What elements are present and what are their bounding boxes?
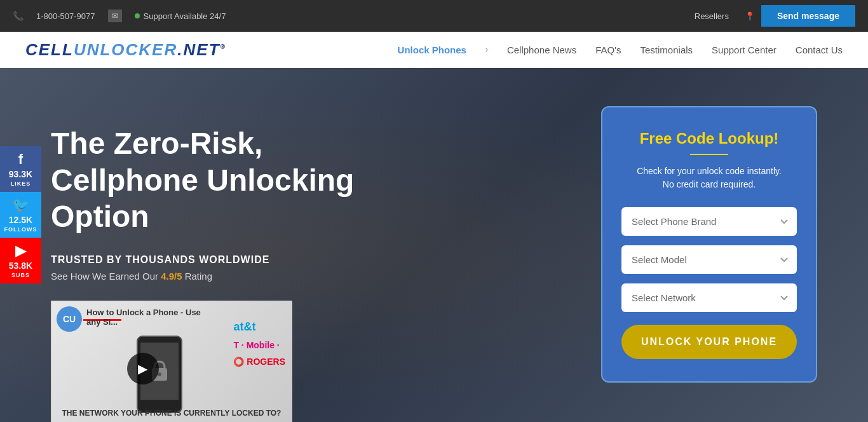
support-status: Support Available 24/7	[135, 11, 226, 21]
nav-cellphone-news[interactable]: Cellphone News	[507, 44, 576, 55]
youtube-label: SUBS	[11, 272, 30, 278]
video-thumbnail[interactable]: CU How to Unlock a Phone - Use any Si...	[51, 301, 292, 422]
network-select[interactable]: Select Network AT&T T-Mobile Verizon Spr…	[621, 283, 797, 312]
svg-text:CU: CU	[63, 314, 76, 324]
youtube-count: 53.8K	[3, 261, 38, 271]
facebook-social-button[interactable]: f 93.3K LIKES	[0, 146, 41, 192]
rating-text: See How We Earned Our 4.9/5 Rating	[51, 271, 576, 282]
twitter-social-button[interactable]: 🐦 12.5K FOLLOWS	[0, 192, 41, 238]
send-message-button[interactable]: Send message	[761, 5, 855, 27]
tmobile-logo: T · Mobile ·	[233, 340, 285, 350]
rating-number: 4.9/5	[161, 271, 182, 282]
video-carrier-logos: at&t T · Mobile · ⭕ ROGERS	[233, 320, 285, 367]
phone-icon: 📞	[13, 11, 24, 21]
svg-point-5	[158, 372, 161, 376]
youtube-icon: ▶	[3, 243, 38, 259]
nav-contact-us[interactable]: Contact Us	[796, 44, 843, 55]
nav-support-center[interactable]: Support Center	[712, 44, 776, 55]
video-bottom-text: THE NETWORK YOUR PHONE IS CURRENTLY LOCK…	[58, 409, 285, 418]
unlock-card: Free Code Lookup! Check for your unlock …	[601, 106, 817, 383]
video-channel-avatar: CU	[57, 306, 82, 332]
site-logo[interactable]: CELLUNLOCKER.NET®	[25, 39, 226, 60]
top-bar-right: Resellers 📍 Send message	[685, 5, 855, 27]
card-title: Free Code Lookup!	[621, 130, 797, 147]
youtube-social-button[interactable]: ▶ 53.8K SUBS	[0, 238, 41, 283]
facebook-count: 93.3K	[3, 169, 38, 179]
nav-faqs[interactable]: FAQ's	[595, 44, 621, 55]
facebook-icon: f	[3, 151, 38, 168]
facebook-label: LIKES	[11, 180, 31, 187]
video-inner: CU How to Unlock a Phone - Use any Si...	[51, 301, 292, 422]
navbar: CELLUNLOCKER.NET® Unlock Phones › Cellph…	[0, 32, 868, 68]
card-subtitle: Check for your unlock code instantly. No…	[621, 165, 797, 191]
nav-unlock-phones[interactable]: Unlock Phones	[398, 44, 466, 55]
top-bar: 📞 1-800-507-9077 ✉ Support Available 24/…	[0, 0, 868, 32]
rogers-logo: ⭕ ROGERS	[233, 357, 285, 367]
chevron-right-icon: ›	[485, 45, 488, 54]
video-title: How to Unlock a Phone - Use any Si...	[86, 308, 215, 327]
resellers-link[interactable]: Resellers	[685, 11, 738, 21]
card-divider	[690, 154, 728, 155]
phone-model-select[interactable]: Select Model	[621, 245, 797, 274]
phone-brand-select[interactable]: Select Phone Brand Apple Samsung LG Moto…	[621, 207, 797, 236]
phone-number: 1-800-507-9077	[36, 11, 95, 21]
twitter-icon: 🐦	[3, 197, 38, 214]
social-sidebar: f 93.3K LIKES 🐦 12.5K FOLLOWS ▶ 53.8K SU…	[0, 146, 41, 283]
hero-content: The Zero-Risk, Cellphone Unlocking Optio…	[51, 106, 576, 422]
green-dot-icon	[135, 13, 140, 18]
trusted-text: TRUSTED BY THOUSANDS WORLDWIDE	[51, 254, 576, 266]
cellunlocker-icon: CU	[60, 310, 79, 329]
top-bar-left: 📞 1-800-507-9077 ✉ Support Available 24/…	[13, 10, 226, 22]
hero-section: The Zero-Risk, Cellphone Unlocking Optio…	[0, 68, 868, 422]
twitter-count: 12.5K	[3, 215, 38, 225]
nav-links: Unlock Phones › Cellphone News FAQ's Tes…	[398, 44, 843, 55]
video-play-button[interactable]: ▶	[127, 353, 159, 385]
unlock-phone-button[interactable]: UNLOCK YOUR PHONE	[621, 325, 797, 359]
logo-registered: ®	[220, 43, 225, 50]
nav-testimonials[interactable]: Testimonials	[641, 44, 693, 55]
hero-title: The Zero-Risk, Cellphone Unlocking Optio…	[51, 125, 400, 235]
location-icon: 📍	[738, 11, 761, 21]
att-logo: at&t	[233, 320, 285, 334]
twitter-label: FOLLOWS	[4, 226, 37, 233]
email-icon[interactable]: ✉	[108, 10, 122, 22]
